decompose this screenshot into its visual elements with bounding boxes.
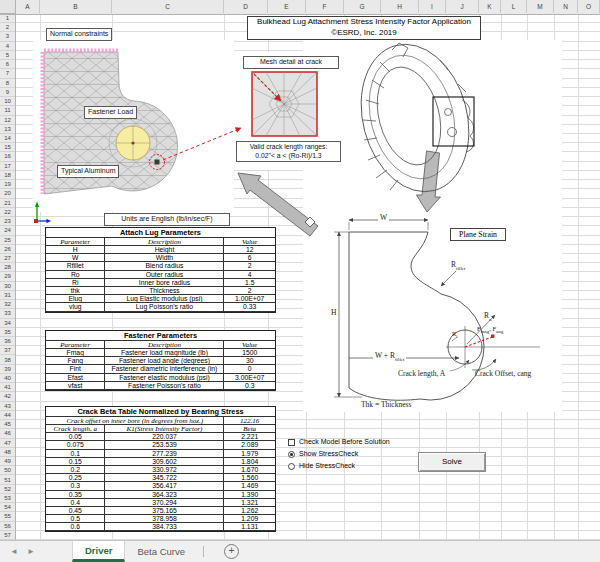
table-cell[interactable]: 0.6 — [46, 523, 105, 531]
table-cell[interactable]: 1.469 — [224, 482, 275, 490]
row-header-50[interactable]: 50 — [0, 466, 15, 475]
row-header-41[interactable]: 41 — [0, 383, 15, 392]
row-header-10[interactable]: 10 — [0, 97, 15, 106]
row-header-21[interactable]: 21 — [0, 199, 15, 208]
table-cell[interactable]: 0.25 — [46, 474, 105, 482]
row-header-40[interactable]: 40 — [0, 374, 15, 383]
check-model-label[interactable]: Check Model Before Solution — [299, 438, 390, 445]
row-header-3[interactable]: 3 — [0, 32, 15, 41]
row-header-57[interactable]: 57 — [0, 531, 15, 540]
row-header-46[interactable]: 46 — [0, 429, 15, 438]
table-cell[interactable]: 356.417 — [105, 482, 224, 490]
table-cell[interactable]: Fastener diametric interference (in) — [105, 365, 224, 373]
row-header-30[interactable]: 30 — [0, 282, 15, 291]
table-cell[interactable]: Description — [105, 341, 224, 350]
table-cell[interactable]: W — [46, 254, 105, 262]
column-header-strip[interactable]: ABCDEFGHIJKLMNO — [0, 0, 600, 15]
row-header-33[interactable]: 33 — [0, 309, 15, 318]
row-header-56[interactable]: 56 — [0, 522, 15, 531]
column-header-K[interactable]: K — [479, 0, 501, 13]
row-header-38[interactable]: 38 — [0, 356, 15, 365]
row-header-26[interactable]: 26 — [0, 245, 15, 254]
table-cell[interactable]: 277.239 — [105, 450, 224, 458]
table-cell[interactable]: 1.804 — [224, 458, 275, 466]
row-header-2[interactable]: 2 — [0, 23, 15, 32]
table-cell[interactable]: 0.2 — [46, 466, 105, 474]
row-header-37[interactable]: 37 — [0, 346, 15, 355]
row-header-13[interactable]: 13 — [0, 125, 15, 134]
row-header-11[interactable]: 11 — [0, 106, 15, 115]
table-cell[interactable]: 0.35 — [46, 491, 105, 499]
table-cell[interactable]: Fmag — [46, 349, 105, 357]
table-cell[interactable]: 4 — [224, 271, 275, 279]
table-cell[interactable]: 384.733 — [105, 523, 224, 531]
row-header-6[interactable]: 6 — [0, 60, 15, 69]
column-header-L[interactable]: L — [501, 0, 527, 13]
table-cell[interactable]: Blend radius — [105, 262, 224, 270]
column-header-B[interactable]: B — [40, 0, 112, 13]
table-cell[interactable]: 0.15 — [46, 458, 105, 466]
column-header-G[interactable]: G — [344, 0, 381, 13]
table-cell[interactable]: Beta — [224, 425, 275, 434]
table-cell[interactable]: Thickness — [105, 287, 224, 295]
table-cell[interactable]: Lug Poisson's ratio — [105, 303, 224, 311]
row-header-8[interactable]: 8 — [0, 79, 15, 88]
table-cell[interactable]: Fastener Poisson's ratio — [105, 382, 224, 390]
table-cell[interactable]: Outer radius — [105, 271, 224, 279]
row-header-43[interactable]: 43 — [0, 402, 15, 411]
row-header-16[interactable]: 16 — [0, 152, 15, 161]
row-header-25[interactable]: 25 — [0, 236, 15, 245]
table-cell[interactable]: Fint — [46, 365, 105, 373]
table-cell[interactable]: Rfillet — [46, 262, 105, 270]
table-cell[interactable]: 0.05 — [46, 433, 105, 441]
row-header-39[interactable]: 39 — [0, 365, 15, 374]
table-cell[interactable]: Fastener load angle (degrees) — [105, 357, 224, 365]
column-header-H[interactable]: H — [381, 0, 419, 13]
column-header-D[interactable]: D — [224, 0, 268, 13]
table-cell[interactable]: 0.3 — [224, 382, 275, 390]
table-cell[interactable]: 0.075 — [46, 441, 105, 449]
table-cell[interactable]: 0.1 — [46, 450, 105, 458]
table-cell[interactable]: 6 — [224, 254, 275, 262]
table-cell[interactable]: Attach Lug Parameters — [46, 228, 275, 238]
table-cell[interactable]: Width — [105, 254, 224, 262]
row-header-18[interactable]: 18 — [0, 171, 15, 180]
table-cell[interactable]: 330.972 — [105, 466, 224, 474]
row-header-24[interactable]: 24 — [0, 226, 15, 235]
row-header-36[interactable]: 36 — [0, 337, 15, 346]
row-header-35[interactable]: 35 — [0, 328, 15, 337]
column-header-J[interactable]: J — [446, 0, 479, 13]
column-header-O[interactable]: O — [578, 0, 600, 13]
row-header-9[interactable]: 9 — [0, 88, 15, 97]
row-header-55[interactable]: 55 — [0, 512, 15, 521]
table-cell[interactable]: 1.262 — [224, 507, 275, 515]
table-cell[interactable]: 1.979 — [224, 450, 275, 458]
table-cell[interactable]: 30 — [224, 357, 275, 365]
column-header-F[interactable]: F — [306, 0, 344, 13]
row-header-48[interactable]: 48 — [0, 448, 15, 457]
sheet-nav-right-icon[interactable]: ► — [27, 547, 35, 556]
table-cell[interactable]: Fastener elastic modulus (psi) — [105, 374, 224, 382]
column-header-E[interactable]: E — [268, 0, 306, 13]
table-cell[interactable]: 378.958 — [105, 515, 224, 523]
table-cell[interactable]: Crack offset on inner bore (in degrees f… — [46, 417, 224, 425]
table-cell[interactable]: 375.165 — [105, 507, 224, 515]
table-cell[interactable]: K1(Stress Intensity Factor) — [105, 425, 224, 434]
table-cell[interactable]: 0 — [224, 365, 275, 373]
add-sheet-button[interactable]: + — [224, 544, 239, 559]
show-stresscheck-label[interactable]: Show StressCheck — [299, 450, 358, 457]
table-cell[interactable]: Parameter — [46, 238, 105, 247]
table-cell[interactable]: Efast — [46, 374, 105, 382]
row-header-34[interactable]: 34 — [0, 319, 15, 328]
row-header-20[interactable]: 20 — [0, 189, 15, 198]
table-cell[interactable]: H — [46, 246, 105, 254]
table-cell[interactable]: 3.00E+07 — [224, 374, 275, 382]
table-cell[interactable]: 1.5 — [224, 279, 275, 287]
table-cell[interactable]: 1500 — [224, 349, 275, 357]
table-cell[interactable]: 12 — [224, 246, 275, 254]
table-cell[interactable]: Parameter — [46, 341, 105, 350]
hide-stresscheck-label[interactable]: Hide StressCheck — [299, 462, 355, 469]
table-cell[interactable]: 1.209 — [224, 515, 275, 523]
row-header-19[interactable]: 19 — [0, 180, 15, 189]
row-header-15[interactable]: 15 — [0, 143, 15, 152]
